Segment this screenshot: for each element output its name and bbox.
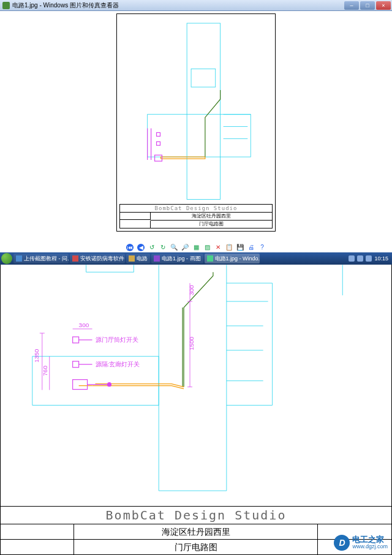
taskbar-app-3[interactable]: 电路 bbox=[126, 254, 150, 263]
taskbar-app-5[interactable]: 电路1.jpg - Windo... bbox=[205, 254, 260, 263]
drawing-title-block: BombCat Design Studio 海淀区牡丹园西里 门厅电路图 bbox=[1, 506, 391, 554]
watermark-url: www.dgzj.com bbox=[352, 544, 388, 550]
prev-icon[interactable]: ◀ bbox=[137, 244, 145, 251]
tray-icon[interactable] bbox=[366, 255, 372, 262]
switch-label-1: 源门厅筒灯开关 bbox=[96, 336, 138, 343]
mini-row2: 门厅电路图 bbox=[151, 221, 272, 228]
taskbar-app-4[interactable]: 电路1.jpg - 画图 bbox=[151, 254, 203, 263]
clock: 10:15 bbox=[374, 255, 388, 262]
maximize-button[interactable]: □ bbox=[360, 1, 375, 10]
svg-rect-22 bbox=[73, 337, 79, 343]
svg-rect-20 bbox=[73, 361, 79, 368]
dim-300: 300 bbox=[79, 322, 89, 328]
window-controls: – □ × bbox=[344, 1, 392, 10]
mini-row1: 海淀区牡丹园西里 bbox=[151, 213, 272, 221]
minimize-button[interactable]: – bbox=[344, 1, 359, 10]
title-drawing-name: 门厅电路图 bbox=[74, 540, 318, 554]
fit-icon[interactable]: ▦ bbox=[192, 244, 200, 251]
first-icon[interactable]: ⏮ bbox=[126, 244, 134, 251]
document-page: BombCat Design Studio 海淀区牡丹园西里 门厅电路图 bbox=[116, 13, 276, 232]
app-icon bbox=[2, 2, 10, 9]
window-titlebar: 电路1.jpg - Windows 图片和传真查看器 – □ × bbox=[0, 0, 392, 11]
dim-1350: 1350 bbox=[33, 349, 40, 363]
window-title: 电路1.jpg - Windows 图片和传真查看器 bbox=[12, 1, 119, 10]
switch-label-2: 源隔:玄廊灯开关 bbox=[96, 361, 140, 368]
studio-title: BombCat Design Studio bbox=[1, 507, 391, 524]
viewer-toolbar: ⏮ ◀ ↺ ↻ 🔍 🔎 ▦ ▨ ✕ 📋 💾 🖨 ? bbox=[0, 243, 392, 252]
svg-rect-8 bbox=[157, 132, 160, 136]
svg-rect-2 bbox=[191, 69, 216, 87]
mini-drawing bbox=[123, 20, 269, 203]
svg-rect-0 bbox=[187, 23, 221, 200]
dim-300b: 300 bbox=[188, 285, 195, 295]
tray-icon[interactable] bbox=[357, 255, 363, 262]
svg-rect-1 bbox=[148, 115, 251, 157]
actual-icon[interactable]: ▨ bbox=[203, 244, 211, 251]
help-icon[interactable]: ? bbox=[258, 244, 266, 251]
title-cell-left-1 bbox=[1, 524, 74, 539]
taskbar: 上传截图教程 - 问... 安铁诺防病毒软件 电路 电路1.jpg - 画图 电… bbox=[0, 252, 392, 265]
tray-icon[interactable] bbox=[349, 255, 355, 262]
watermark-name: 电工之家 bbox=[352, 535, 388, 544]
title-cell-left-2 bbox=[1, 540, 74, 554]
svg-rect-17 bbox=[73, 380, 88, 390]
svg-point-19 bbox=[107, 383, 111, 387]
svg-rect-7 bbox=[157, 142, 160, 145]
copy-icon[interactable]: 📋 bbox=[225, 244, 233, 251]
start-button[interactable] bbox=[1, 253, 12, 264]
rotate-ccw-icon[interactable]: ↺ bbox=[148, 244, 156, 251]
taskbar-app-1[interactable]: 上传截图教程 - 问... bbox=[13, 254, 69, 263]
watermark-logo-icon: D bbox=[334, 535, 350, 551]
watermark: D 电工之家 www.dgzj.com bbox=[334, 535, 388, 551]
main-drawing-area: 300 1350 760 1500 300 源门厅筒灯开关 源隔:玄廊灯开关 B… bbox=[0, 265, 392, 555]
dim-760: 760 bbox=[42, 366, 48, 376]
dim-1500: 1500 bbox=[188, 336, 195, 350]
rotate-cw-icon[interactable]: ↻ bbox=[159, 244, 167, 251]
zoom-in-icon[interactable]: 🔎 bbox=[181, 244, 189, 251]
taskbar-app-2[interactable]: 安铁诺防病毒软件 bbox=[70, 254, 125, 263]
delete-icon[interactable]: ✕ bbox=[214, 244, 222, 251]
title-location: 海淀区牡丹园西里 bbox=[74, 524, 318, 539]
mini-studio-name: BombCat Design Studio bbox=[120, 205, 272, 213]
system-tray: 10:15 bbox=[349, 255, 391, 262]
zoom-out-icon[interactable]: 🔍 bbox=[170, 244, 178, 251]
image-viewer-area: BombCat Design Studio 海淀区牡丹园西里 门厅电路图 bbox=[0, 11, 392, 243]
mini-title-block: BombCat Design Studio 海淀区牡丹园西里 门厅电路图 bbox=[119, 204, 273, 228]
print-icon[interactable]: 🖨 bbox=[247, 244, 255, 251]
save-icon[interactable]: 💾 bbox=[236, 244, 244, 251]
close-button[interactable]: × bbox=[376, 1, 391, 10]
